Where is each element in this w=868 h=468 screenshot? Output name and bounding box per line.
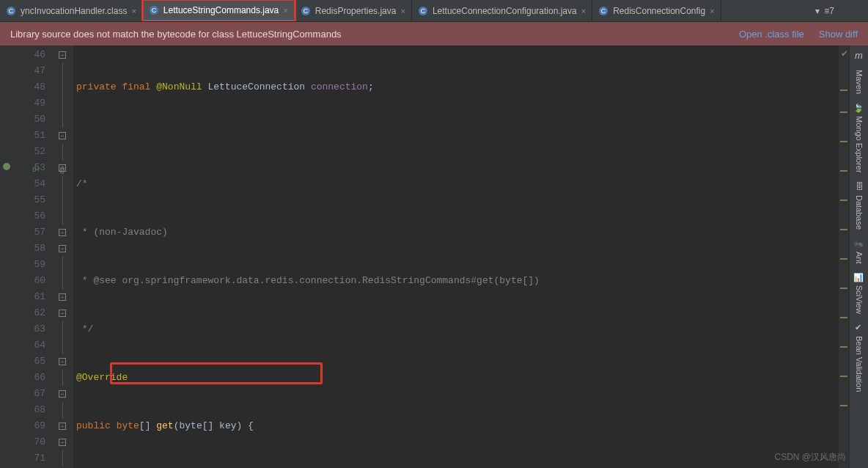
tool-ant[interactable]: 🐜Ant (854, 238, 864, 264)
error-stripe[interactable]: ✔ (839, 45, 849, 468)
tool-sciview[interactable]: 📊SciView (854, 272, 864, 314)
tab-label: LettuceConnectionConfiguration.java (433, 6, 577, 16)
line-number[interactable]: 67 (0, 386, 45, 402)
tab-overflow[interactable]: ▾ ≡7 (815, 6, 839, 16)
svg-text:C: C (303, 7, 308, 15)
tool-mongo-explorer[interactable]: 🍃Mongo Explorer (854, 103, 864, 173)
code-text: [] (139, 420, 151, 431)
tab-label: LettuceStringCommands.java (163, 5, 279, 15)
fold-toggle-icon[interactable]: − (59, 293, 66, 301)
line-number[interactable]: 62 (0, 305, 45, 321)
tab-label: RedisProperties.java (315, 6, 397, 16)
fold-toggle-icon[interactable]: − (59, 245, 66, 252)
code-text: public (76, 420, 111, 431)
line-number[interactable]: 53@o↑ (0, 160, 45, 176)
tool-database[interactable]: 🗄Database (854, 182, 864, 230)
line-number[interactable]: 70 (0, 434, 45, 450)
maven-m-icon: m (855, 50, 863, 61)
line-number-gutter: 4647484950515253@o↑545556575859606162636… (0, 45, 51, 468)
code-text: LettuceConnection (207, 81, 305, 92)
line-number[interactable]: 58 (0, 241, 45, 257)
chart-icon: 📊 (854, 272, 864, 282)
code-annotation: @Override (76, 372, 128, 383)
fold-toggle-icon[interactable]: − (59, 132, 66, 139)
tab-lettuce-string-commands[interactable]: C LettuceStringCommands.java × (143, 0, 295, 21)
svg-text:C: C (421, 7, 426, 15)
line-number[interactable]: 46 (0, 47, 45, 63)
tab-redis-properties[interactable]: C RedisProperties.java × (295, 0, 412, 21)
line-number[interactable]: 56 (0, 208, 45, 224)
code-editor[interactable]: private final @NonNull LettuceConnection… (73, 45, 839, 468)
line-number[interactable]: 71 (0, 450, 45, 467)
code-text: get (156, 420, 173, 431)
show-diff-link[interactable]: Show diff (819, 29, 858, 40)
close-icon[interactable]: × (400, 7, 405, 15)
ant-icon: 🐜 (854, 238, 864, 249)
line-number[interactable]: 47 (0, 63, 45, 79)
java-class-icon: C (301, 6, 311, 16)
java-class-icon: C (6, 6, 16, 16)
editor-main: 4647484950515253@o↑545556575859606162636… (0, 45, 868, 468)
fold-toggle-icon[interactable]: − (59, 423, 66, 430)
leaf-icon: 🍃 (854, 103, 864, 113)
line-number[interactable]: 49 (0, 95, 45, 111)
fold-gutter: −−−−−−−−−−− (51, 45, 73, 468)
line-number[interactable]: 52 (0, 144, 45, 160)
close-icon[interactable]: × (581, 7, 586, 15)
code-text: connection (311, 81, 368, 92)
tab-label: RedisConnectionConfig (613, 6, 705, 16)
line-number[interactable]: 69 (0, 418, 45, 434)
tab-invocation-handler[interactable]: C yncInvocationHandler.class × (0, 0, 143, 21)
open-class-file-link[interactable]: Open .class file (739, 29, 804, 40)
line-number[interactable]: 50 (0, 111, 45, 128)
java-class-icon: C (418, 6, 428, 16)
code-comment: */ (76, 323, 93, 334)
svg-text:C: C (152, 7, 157, 14)
code-text: byte (117, 420, 139, 431)
fold-toggle-icon[interactable]: − (59, 310, 66, 317)
code-text: (byte[] key) { (174, 420, 254, 431)
code-comment: /* (76, 178, 88, 189)
line-number[interactable]: 57 (0, 224, 45, 241)
close-icon[interactable]: × (283, 6, 287, 15)
fold-toggle-icon[interactable]: − (59, 229, 66, 236)
svg-text:C: C (601, 7, 606, 15)
close-icon[interactable]: × (710, 7, 714, 15)
code-text: @NonNull (156, 81, 202, 92)
code-text: ; (368, 81, 374, 92)
watermark: CSDN @汉风唐尚 (774, 451, 846, 464)
close-icon[interactable]: × (131, 7, 136, 15)
editor-tabs: C yncInvocationHandler.class × C Lettuce… (0, 0, 868, 22)
tab-overflow-label: ≡7 (824, 6, 834, 16)
right-tool-sidebar: m Maven 🍃Mongo Explorer 🗄Database 🐜Ant 📊… (849, 45, 868, 468)
tab-redis-connection-config[interactable]: C RedisConnectionConfig × (592, 0, 721, 21)
dropdown-icon: ▾ (815, 6, 820, 16)
tab-lettuce-connection-config[interactable]: C LettuceConnectionConfiguration.java × (412, 0, 592, 21)
database-icon: 🗄 (854, 182, 864, 192)
line-number[interactable]: 66 (0, 370, 45, 386)
line-number[interactable]: 48 (0, 79, 45, 95)
line-number[interactable]: 60 (0, 273, 45, 289)
fold-toggle-icon[interactable]: − (59, 439, 66, 446)
code-text: private final (76, 81, 150, 92)
line-number[interactable]: 68 (0, 402, 45, 418)
line-number[interactable]: 59 (0, 257, 45, 273)
svg-text:C: C (9, 7, 14, 15)
line-number[interactable]: 51 (0, 128, 45, 144)
line-number[interactable]: 55 (0, 192, 45, 208)
line-number[interactable]: 63 (0, 321, 45, 337)
fold-toggle-icon[interactable]: − (59, 51, 66, 59)
bean-icon: ✔ (854, 323, 864, 333)
line-number[interactable]: 64 (0, 337, 45, 354)
line-number[interactable]: 54 (0, 176, 45, 192)
fold-toggle-icon[interactable]: − (59, 358, 66, 365)
code-comment: * (non-Javadoc) (76, 227, 168, 238)
source-mismatch-banner: Library source does not match the byteco… (0, 22, 868, 45)
tool-bean-validation[interactable]: ✔Bean Validation (854, 323, 864, 392)
code-comment: * @see org.springframework.data.redis.co… (76, 275, 540, 286)
line-number[interactable]: 61 (0, 289, 45, 305)
fold-toggle-icon[interactable]: − (59, 390, 66, 398)
tool-maven[interactable]: Maven (855, 70, 864, 94)
java-class-icon: C (149, 5, 159, 15)
line-number[interactable]: 65 (0, 354, 45, 370)
